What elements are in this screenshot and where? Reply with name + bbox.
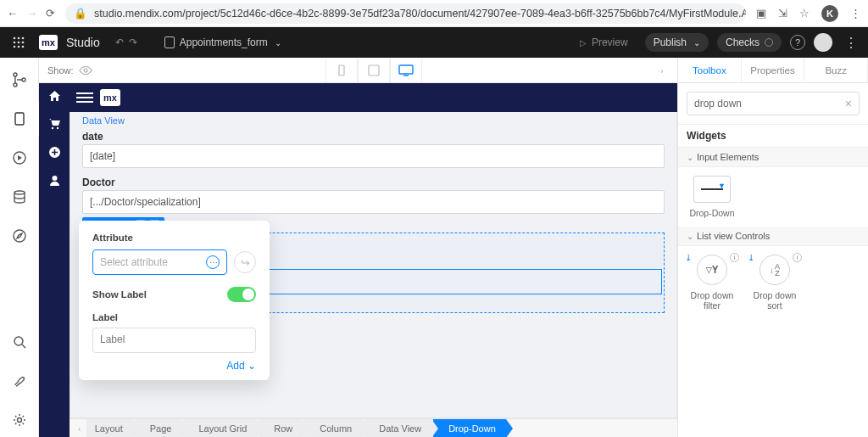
checks-button[interactable]: Checks bbox=[717, 33, 782, 52]
browser-menu-icon[interactable]: ⋮ bbox=[850, 7, 861, 20]
label-input[interactable]: Label bbox=[92, 328, 256, 353]
rail-compass-icon[interactable] bbox=[0, 219, 39, 253]
svg-point-15 bbox=[14, 230, 25, 242]
tab-buzz[interactable]: Buzz bbox=[804, 58, 868, 82]
browser-chrome: ← → ⟳ 🔒 studio.mendix.com/project/5c12d4… bbox=[0, 0, 868, 27]
category-listview-controls[interactable]: List view Controls bbox=[678, 227, 868, 246]
rail-brush-icon[interactable] bbox=[0, 364, 39, 398]
more-menu-icon[interactable]: ⋮ bbox=[841, 35, 861, 51]
svg-point-6 bbox=[14, 46, 16, 48]
rail-settings-icon[interactable] bbox=[0, 403, 39, 437]
user-avatar[interactable] bbox=[814, 33, 832, 52]
device-tablet-icon[interactable] bbox=[358, 59, 390, 82]
device-desktop-icon[interactable] bbox=[390, 59, 422, 82]
svg-rect-12 bbox=[15, 113, 24, 125]
add-link[interactable]: Add ⌄ bbox=[92, 360, 256, 372]
crumb-row[interactable]: Row bbox=[259, 419, 303, 438]
svg-point-16 bbox=[14, 337, 23, 345]
svg-point-5 bbox=[22, 42, 25, 44]
svg-point-9 bbox=[14, 73, 17, 76]
crumb-dropdown[interactable]: Drop-Down bbox=[433, 419, 506, 438]
download-icon: ⤓ bbox=[685, 253, 692, 262]
app-switcher-icon[interactable] bbox=[7, 36, 31, 48]
widget-dropdown[interactable]: ▼ Drop-Down bbox=[687, 176, 737, 218]
category-input-elements[interactable]: Input Elements bbox=[678, 148, 868, 167]
show-label: Show: bbox=[47, 65, 74, 76]
svg-point-7 bbox=[18, 46, 20, 48]
page-name: Appointments_form bbox=[180, 36, 268, 48]
form-canvas[interactable]: Data View date [date] Doctor [.../Doctor… bbox=[70, 112, 677, 418]
svg-point-1 bbox=[18, 37, 20, 40]
undo-icon[interactable]: ↶ bbox=[115, 36, 124, 48]
svg-point-22 bbox=[51, 127, 53, 129]
properties-popover: Attribute Select attribute ⋯ ↪ Show Labe… bbox=[79, 221, 270, 380]
nav-home-icon[interactable] bbox=[48, 90, 61, 106]
rail-pages-icon[interactable] bbox=[0, 102, 39, 136]
preview-button[interactable]: Preview bbox=[571, 33, 637, 52]
crumb-dataview[interactable]: Data View bbox=[364, 419, 431, 438]
forward-icon[interactable]: → bbox=[26, 7, 37, 20]
rail-search-icon[interactable] bbox=[0, 325, 39, 359]
rail-database-icon[interactable] bbox=[0, 180, 39, 214]
visibility-icon[interactable] bbox=[79, 64, 92, 77]
tab-properties[interactable]: Properties bbox=[742, 58, 805, 82]
info-icon[interactable]: i bbox=[730, 253, 739, 262]
lock-icon: 🔒 bbox=[74, 7, 87, 20]
info-icon[interactable]: i bbox=[793, 253, 802, 262]
attribute-more-icon[interactable]: ⋯ bbox=[206, 255, 220, 269]
widgets-header: Widgets bbox=[678, 124, 868, 148]
app-logo: mx bbox=[100, 89, 120, 106]
date-label: date bbox=[82, 129, 665, 144]
crumb-layoutgrid[interactable]: Layout Grid bbox=[183, 419, 257, 438]
install-icon[interactable]: ⇲ bbox=[778, 7, 787, 20]
doctor-input[interactable]: [.../Doctor/specialization] bbox=[82, 190, 665, 214]
widget-dropdown-sort[interactable]: ⤓ i ↓ AZ Drop down sort bbox=[749, 255, 800, 311]
goto-icon[interactable]: ↪ bbox=[234, 251, 256, 273]
rail-play-icon[interactable] bbox=[0, 141, 39, 175]
document-icon bbox=[164, 36, 175, 48]
svg-point-14 bbox=[14, 191, 25, 194]
app-sidenav bbox=[39, 83, 70, 437]
url-bar[interactable]: 🔒 studio.mendix.com/project/5c12d46c-d6c… bbox=[65, 3, 746, 24]
device-phone-icon[interactable] bbox=[326, 59, 358, 82]
nav-user-icon[interactable] bbox=[48, 174, 61, 190]
reload-icon[interactable]: ⟳ bbox=[46, 7, 55, 20]
tab-toolbox[interactable]: Toolbox bbox=[678, 58, 742, 82]
hamburger-icon[interactable] bbox=[76, 89, 93, 106]
toolbox-search[interactable]: drop down × bbox=[687, 92, 860, 115]
redo-icon[interactable]: ↷ bbox=[129, 36, 137, 48]
rail-structure-icon[interactable] bbox=[0, 63, 39, 97]
show-label-label: Show Label bbox=[92, 289, 147, 300]
date-input[interactable]: [date] bbox=[82, 144, 665, 168]
crumb-column[interactable]: Column bbox=[304, 419, 362, 438]
label-field-label: Label bbox=[92, 312, 256, 322]
svg-point-2 bbox=[22, 37, 25, 40]
svg-rect-20 bbox=[369, 65, 379, 76]
help-icon[interactable]: ? bbox=[790, 35, 805, 50]
nav-cart-icon[interactable] bbox=[48, 118, 61, 134]
svg-point-17 bbox=[17, 418, 21, 423]
clear-search-icon[interactable]: × bbox=[845, 97, 852, 110]
right-panel: Toolbox Properties Buzz drop down × Widg… bbox=[677, 58, 868, 437]
browser-avatar[interactable]: K bbox=[821, 5, 838, 22]
back-icon[interactable]: ← bbox=[7, 7, 18, 20]
nav-add-icon[interactable] bbox=[48, 146, 61, 162]
app-header: mx bbox=[70, 83, 677, 112]
star-icon[interactable]: ☆ bbox=[799, 7, 810, 20]
publish-button[interactable]: Publish bbox=[645, 33, 709, 52]
expand-right-icon[interactable]: › bbox=[655, 65, 669, 76]
page-tab[interactable]: Appointments_form ⌄ bbox=[156, 33, 290, 52]
widget-dropdown-filter[interactable]: ⤓ i ▽Y Drop down filter bbox=[687, 255, 737, 311]
crumb-page[interactable]: Page bbox=[135, 419, 182, 438]
crumb-layout[interactable]: Layout bbox=[86, 419, 133, 438]
svg-point-3 bbox=[14, 42, 16, 44]
breadcrumb-back-icon[interactable]: ‹ bbox=[73, 423, 86, 434]
translate-icon[interactable]: ▣ bbox=[756, 7, 766, 20]
left-rail bbox=[0, 58, 39, 437]
device-subbar: Show: › bbox=[39, 58, 677, 83]
mendix-logo: mx bbox=[39, 35, 58, 50]
download-icon: ⤓ bbox=[748, 253, 754, 262]
svg-point-18 bbox=[84, 69, 87, 72]
attribute-select[interactable]: Select attribute ⋯ bbox=[92, 249, 227, 275]
show-label-toggle[interactable] bbox=[227, 287, 256, 302]
